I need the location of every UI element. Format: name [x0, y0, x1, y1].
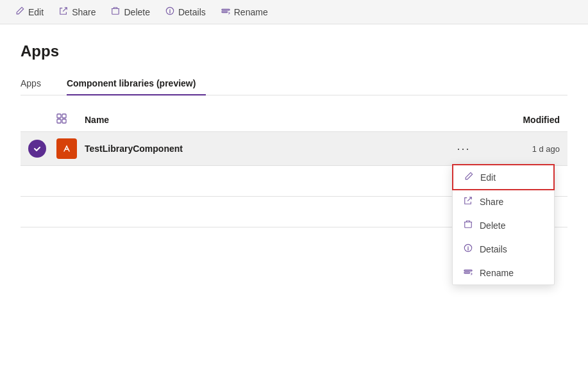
row-modified: 1 d ago: [483, 143, 560, 154]
row-check: [28, 140, 56, 158]
table-row[interactable]: TestLibraryComponent ··· 1 d ago Edit: [21, 132, 567, 166]
toolbar-delete-label: Delete: [124, 7, 149, 17]
svg-rect-6: [57, 119, 61, 123]
toolbar-edit[interactable]: Edit: [15, 6, 44, 17]
context-menu-details[interactable]: Details: [453, 237, 554, 261]
svg-rect-5: [62, 114, 66, 118]
more-options-icon[interactable]: ···: [457, 142, 470, 155]
toolbar-rename-label: Rename: [234, 7, 268, 17]
row-app-icon: [56, 138, 85, 159]
context-share-icon: [463, 196, 473, 207]
svg-rect-11: [464, 272, 470, 274]
delete-icon: [111, 6, 120, 17]
tab-apps[interactable]: Apps: [21, 73, 51, 95]
svg-rect-3: [222, 12, 228, 13]
edit-icon: [15, 6, 24, 17]
row-name: TestLibraryComponent: [85, 144, 183, 154]
row-name-cell: TestLibraryComponent: [85, 143, 444, 154]
page-title: Apps: [21, 42, 567, 60]
share-icon: [59, 6, 68, 17]
info-icon: [165, 6, 174, 17]
grid-icon: [56, 115, 67, 126]
svg-rect-8: [465, 222, 472, 228]
col-header-name: Name: [85, 115, 444, 125]
svg-rect-10: [464, 270, 472, 271]
toolbar-delete[interactable]: Delete: [111, 6, 149, 17]
context-edit-icon: [464, 172, 474, 183]
toolbar-rename[interactable]: Rename: [221, 6, 268, 17]
context-menu-share[interactable]: Share: [453, 190, 554, 213]
svg-rect-2: [222, 9, 230, 10]
row-dots-menu[interactable]: ···: [444, 142, 483, 156]
svg-rect-7: [62, 119, 66, 123]
toolbar-edit-label: Edit: [28, 7, 44, 17]
selected-indicator: [28, 140, 46, 158]
col-header-icon: [56, 113, 85, 126]
svg-rect-4: [57, 114, 61, 118]
context-rename-icon: [463, 267, 473, 278]
context-menu-delete[interactable]: Delete: [453, 213, 554, 237]
toolbar-share-label: Share: [72, 7, 96, 17]
toolbar-share[interactable]: Share: [59, 6, 96, 17]
col-header-modified: Modified: [483, 115, 560, 125]
context-delete-icon: [463, 220, 473, 231]
context-menu-rename[interactable]: Rename: [453, 261, 554, 284]
svg-rect-0: [112, 9, 119, 15]
context-menu: Edit Share Delete: [452, 164, 555, 285]
context-info-icon: [463, 243, 473, 254]
main-content: Apps Apps Component libraries (preview) …: [0, 24, 588, 245]
toolbar-details-label: Details: [178, 7, 206, 17]
tabs-container: Apps Component libraries (preview): [21, 73, 567, 95]
toolbar-details[interactable]: Details: [165, 6, 206, 17]
context-menu-edit[interactable]: Edit: [452, 164, 555, 190]
app-icon-box: [56, 138, 77, 159]
toolbar: Edit Share Delete Details: [0, 0, 588, 24]
table-header: Name Modified: [21, 108, 567, 132]
rename-icon: [221, 6, 230, 17]
tab-component-libraries[interactable]: Component libraries (preview): [67, 73, 206, 95]
